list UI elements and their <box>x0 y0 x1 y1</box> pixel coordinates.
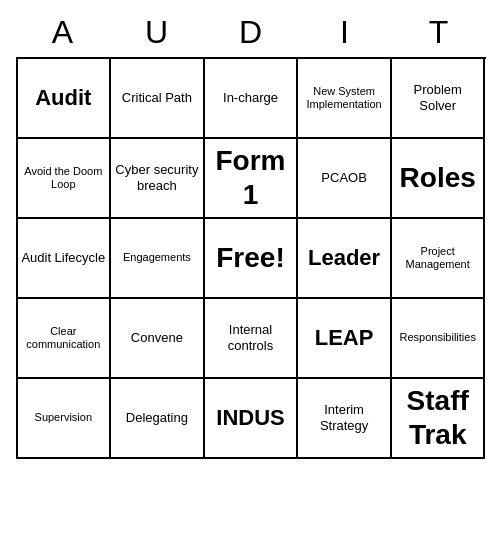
cell-r4-c4[interactable]: Staff Trak <box>392 379 486 459</box>
cell-r0-c0[interactable]: Audit <box>18 59 112 139</box>
cell-r1-c3[interactable]: PCAOB <box>298 139 392 219</box>
header-letter-d: D <box>204 10 298 55</box>
cell-r3-c4[interactable]: Responsibilities <box>392 299 486 379</box>
cell-r0-c4[interactable]: Problem Solver <box>392 59 486 139</box>
cell-r1-c1[interactable]: Cyber security breach <box>111 139 205 219</box>
cell-r3-c1[interactable]: Convene <box>111 299 205 379</box>
cell-r3-c0[interactable]: Clear communication <box>18 299 112 379</box>
cell-r2-c2[interactable]: Free! <box>205 219 299 299</box>
cell-r4-c1[interactable]: Delegating <box>111 379 205 459</box>
header-letter-a: A <box>16 10 110 55</box>
cell-r0-c2[interactable]: In-charge <box>205 59 299 139</box>
cell-r2-c0[interactable]: Audit Lifecycle <box>18 219 112 299</box>
cell-r2-c4[interactable]: Project Management <box>392 219 486 299</box>
bingo-header: AUDIT <box>16 10 486 55</box>
cell-r1-c4[interactable]: Roles <box>392 139 486 219</box>
cell-r2-c1[interactable]: Engagements <box>111 219 205 299</box>
cell-r0-c3[interactable]: New System Implementation <box>298 59 392 139</box>
cell-r4-c2[interactable]: INDUS <box>205 379 299 459</box>
cell-r3-c2[interactable]: Internal controls <box>205 299 299 379</box>
cell-r1-c2[interactable]: Form 1 <box>205 139 299 219</box>
cell-r1-c0[interactable]: Avoid the Doom Loop <box>18 139 112 219</box>
cell-r0-c1[interactable]: Critical Path <box>111 59 205 139</box>
cell-r4-c3[interactable]: Interim Strategy <box>298 379 392 459</box>
cell-r4-c0[interactable]: Supervision <box>18 379 112 459</box>
header-letter-i: I <box>298 10 392 55</box>
header-letter-t: T <box>392 10 486 55</box>
cell-r3-c3[interactable]: LEAP <box>298 299 392 379</box>
bingo-card: AUDIT AuditCritical PathIn-chargeNew Sys… <box>16 10 486 459</box>
bingo-grid: AuditCritical PathIn-chargeNew System Im… <box>16 57 486 459</box>
header-letter-u: U <box>110 10 204 55</box>
cell-r2-c3[interactable]: Leader <box>298 219 392 299</box>
